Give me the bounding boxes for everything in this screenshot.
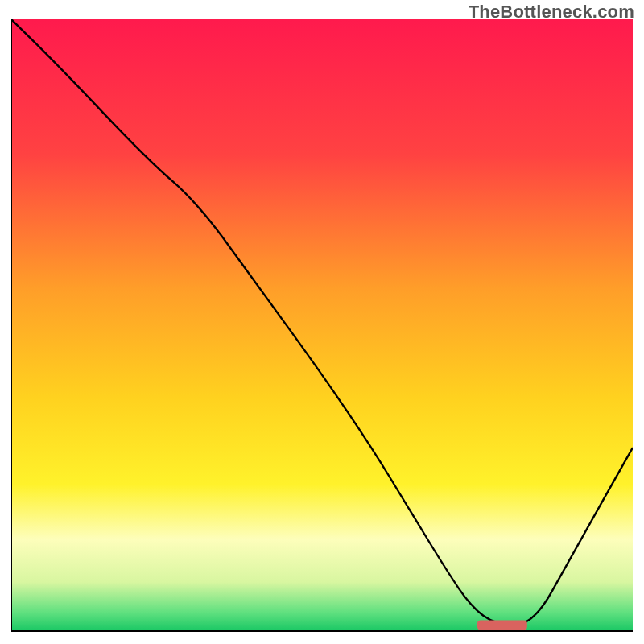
watermark-text: TheBottleneck.com [469,2,634,23]
gradient-background [11,19,633,631]
chart-svg [11,19,633,633]
plot-area [11,19,633,633]
bottleneck-chart: TheBottleneck.com [0,0,644,644]
optimal-range-marker [477,620,527,630]
